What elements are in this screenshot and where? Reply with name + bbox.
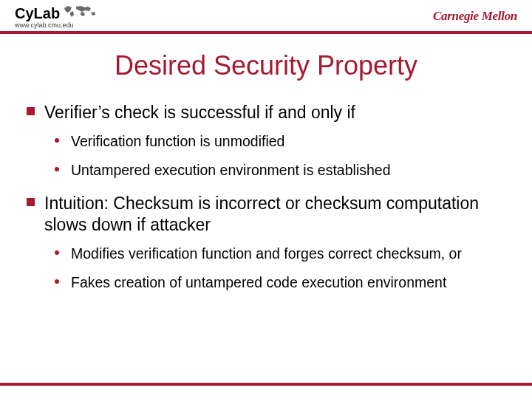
cylab-url: www.cylab.cmu.edu <box>15 22 97 29</box>
sub-bullet-item: Verification function is unmodified <box>55 132 507 151</box>
sub-bullet-text: Untampered execution environment is esta… <box>71 162 391 178</box>
cylab-wordmark: CyLab <box>15 6 60 21</box>
sub-bullet-text: Modifies verification function and forge… <box>71 245 462 262</box>
header-rule <box>0 31 532 34</box>
sub-bullet-item: Fakes creation of untampered code execut… <box>55 273 507 292</box>
slide-body: Verifier’s check is successful if and on… <box>0 102 532 293</box>
cylab-logo: CyLab <box>15 4 97 21</box>
carnegie-mellon-wordmark: Carnegie Mellon <box>433 9 517 24</box>
bullet-text: Intuition: Checksum is incorrect or chec… <box>44 194 479 234</box>
bullet-list: Verifier’s check is successful if and on… <box>25 102 507 293</box>
cylab-logo-block: CyLab www.cylab.cmu.edu <box>15 4 97 29</box>
slide-header: CyLab www.cylab.cmu.edu Carnegie Mellon <box>0 0 532 31</box>
sub-bullet-text: Fakes creation of untampered code execut… <box>71 274 446 290</box>
sub-bullet-list: Modifies verification function and forge… <box>44 245 507 293</box>
bullet-item: Verifier’s check is successful if and on… <box>25 102 507 180</box>
sub-bullet-list: Verification function is unmodified Unta… <box>44 132 507 180</box>
world-map-icon <box>63 4 97 18</box>
sub-bullet-item: Modifies verification function and forge… <box>55 245 507 263</box>
sub-bullet-text: Verification function is unmodified <box>71 133 284 149</box>
sub-bullet-item: Untampered execution environment is esta… <box>55 161 507 180</box>
footer-rule <box>0 383 532 386</box>
slide-title: Desired Security Property <box>0 50 532 81</box>
bullet-item: Intuition: Checksum is incorrect or chec… <box>25 193 507 292</box>
bullet-text: Verifier’s check is successful if and on… <box>44 103 355 122</box>
